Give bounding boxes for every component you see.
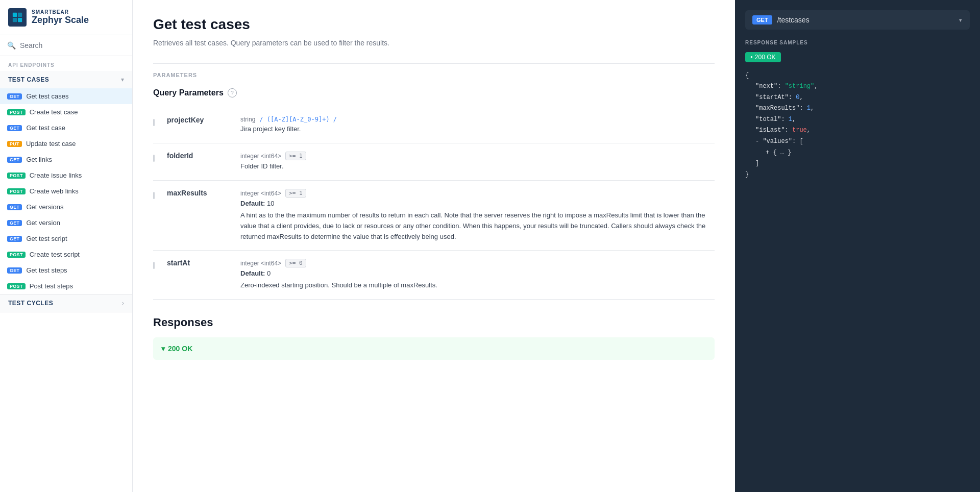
nav-item-6[interactable]: POSTCreate web links (0, 183, 132, 199)
param-pattern-0: / ([A-Z][A-Z_0-9]+) / (259, 116, 337, 123)
nav-item-4[interactable]: GETGet links (0, 152, 132, 167)
param-type-3: integer <int64> (240, 260, 281, 267)
nav-item-label-5: Create issue links (30, 171, 82, 179)
endpoint-path: /testcases (777, 16, 810, 24)
nav-item-0[interactable]: GETGet test cases (0, 88, 132, 104)
nav-item-label-2: Get test case (26, 124, 65, 132)
response-tab-label: 200 OK (755, 54, 776, 61)
responses-section: Responses ▾ 200 OK (153, 316, 715, 360)
logo-bottom-text: Zephyr Scale (32, 15, 89, 26)
nav-item-label-1: Create test case (30, 108, 78, 116)
param-row-0: projectKeystring/ ([A-Z][A-Z_0-9]+) /Jir… (153, 108, 715, 143)
nav-section-header-test-cases[interactable]: TEST CASES ▾ (0, 71, 132, 88)
help-icon[interactable]: ? (228, 88, 237, 97)
chevron-right-icon: › (122, 300, 124, 307)
page-description: Retrieves all test cases. Query paramete… (153, 39, 715, 47)
method-badge-7: GET (7, 204, 22, 210)
response-tab-bullet: ● (750, 55, 753, 59)
method-badge-4: GET (7, 157, 22, 163)
nav-item-label-7: Get versions (26, 203, 63, 211)
nav-item-label-0: Get test cases (26, 92, 68, 100)
logo-top-text: SMARTBEAR (32, 9, 89, 15)
response-200-row[interactable]: ▾ 200 OK (153, 337, 715, 360)
endpoint-bar: GET /testcases ▾ (745, 10, 970, 30)
code-line-values-close: ] (745, 158, 970, 169)
chevron-down-icon: ▾ (121, 76, 124, 83)
nav-item-11[interactable]: GETGet test steps (0, 262, 132, 278)
nav-item-label-4: Get links (26, 156, 52, 163)
response-tab-200[interactable]: ● 200 OK (745, 52, 781, 62)
param-name-2: maxResults (167, 189, 228, 242)
query-params-title: Query Parameters (153, 88, 224, 97)
method-badge-0: GET (7, 93, 22, 100)
main-content: Get test cases Retrieves all test cases.… (133, 0, 735, 492)
svg-rect-2 (13, 18, 17, 22)
param-type-1: integer <int64> (240, 153, 281, 160)
right-panel: GET /testcases ▾ RESPONSE SAMPLES ● 200 … (735, 0, 980, 492)
method-badge-1: POST (7, 109, 26, 115)
nav-item-label-6: Create web links (30, 187, 79, 195)
response-200-badge: ▾ 200 OK (161, 345, 192, 353)
section-title-test-cycles: TEST CYCLES (8, 300, 53, 307)
param-bar-1 (153, 155, 155, 162)
method-badge-10: POST (7, 252, 26, 258)
nav-items-test-cases: GETGet test casesPOSTCreate test caseGET… (0, 88, 132, 294)
nav-item-label-10: Create test script (30, 251, 80, 258)
param-constraint-1: >= 1 (285, 152, 306, 160)
code-line-total: "total": 1, (745, 114, 970, 126)
logo: SMARTBEAR Zephyr Scale (0, 0, 132, 35)
param-details-2: integer <int64>>= 1Default: 10A hint as … (240, 189, 715, 242)
param-type-2: integer <int64> (240, 190, 281, 197)
method-badge-11: GET (7, 267, 22, 274)
response-samples-label: RESPONSE SAMPLES (745, 40, 970, 45)
param-details-1: integer <int64>>= 1Folder ID filter. (240, 152, 715, 172)
nav-item-2[interactable]: GETGet test case (0, 120, 132, 136)
nav-item-label-8: Get version (26, 219, 60, 227)
sidebar: SMARTBEAR Zephyr Scale 🔍 Search API ENDP… (0, 0, 133, 492)
nav-item-label-12: Post test steps (30, 282, 73, 290)
nav-item-10[interactable]: POSTCreate test script (0, 247, 132, 262)
logo-icon (8, 8, 27, 27)
search-label: Search (20, 41, 42, 50)
nav-item-1[interactable]: POSTCreate test case (0, 104, 132, 120)
search-box[interactable]: 🔍 Search (0, 35, 132, 56)
param-indicator-2 (153, 189, 155, 242)
param-name-0: projectKey (167, 116, 228, 135)
param-row-2: maxResultsinteger <int64>>= 1Default: 10… (153, 181, 715, 251)
api-endpoints-label: API ENDPOINTS (0, 56, 132, 71)
param-row-1: folderIdinteger <int64>>= 1Folder ID fil… (153, 143, 715, 181)
svg-rect-3 (18, 18, 22, 22)
param-default-3: Default: 0 (240, 269, 715, 277)
search-icon: 🔍 (7, 41, 16, 50)
parameters-label: PARAMETERS (153, 72, 715, 78)
param-details-0: string/ ([A-Z][A-Z_0-9]+) /Jira project … (240, 116, 715, 135)
nav-item-7[interactable]: GETGet versions (0, 199, 132, 215)
param-type-0: string (240, 116, 255, 123)
nav-item-5[interactable]: POSTCreate issue links (0, 167, 132, 183)
nav-item-9[interactable]: GETGet test script (0, 231, 132, 247)
code-line-open-brace: { (745, 70, 970, 82)
param-long-desc-3: Zero-indexed starting position. Should b… (240, 280, 715, 291)
nav-section-header-test-cycles[interactable]: TEST CYCLES › (0, 294, 132, 312)
param-type-line-1: integer <int64>>= 1 (240, 152, 715, 160)
nav-item-8[interactable]: GETGet version (0, 215, 132, 231)
param-desc-0: Jira project key filter. (240, 125, 715, 133)
param-long-desc-2: A hint as to the the maximum number of r… (240, 210, 715, 242)
code-line-next: "next": "string", (745, 81, 970, 92)
nav-item-label-9: Get test script (26, 235, 67, 242)
param-name-1: folderId (167, 152, 228, 172)
param-details-3: integer <int64>>= 0Default: 0Zero-indexe… (240, 259, 715, 291)
code-line-islast: "isLast": true, (745, 125, 970, 136)
nav-item-3[interactable]: PUTUpdate test case (0, 136, 132, 152)
param-type-line-0: string/ ([A-Z][A-Z_0-9]+) / (240, 116, 715, 123)
nav-item-12[interactable]: POSTPost test steps (0, 278, 132, 294)
endpoint-chevron-icon[interactable]: ▾ (959, 16, 963, 24)
parameters-section: PARAMETERS Query Parameters ? projectKey… (153, 72, 715, 300)
params-container: projectKeystring/ ([A-Z][A-Z_0-9]+) /Jir… (153, 108, 715, 300)
svg-rect-0 (13, 13, 17, 17)
param-constraint-2: >= 1 (285, 189, 306, 198)
svg-rect-1 (18, 13, 22, 17)
responses-title: Responses (153, 316, 715, 329)
logo-text: SMARTBEAR Zephyr Scale (32, 9, 89, 26)
method-badge-2: GET (7, 125, 22, 131)
